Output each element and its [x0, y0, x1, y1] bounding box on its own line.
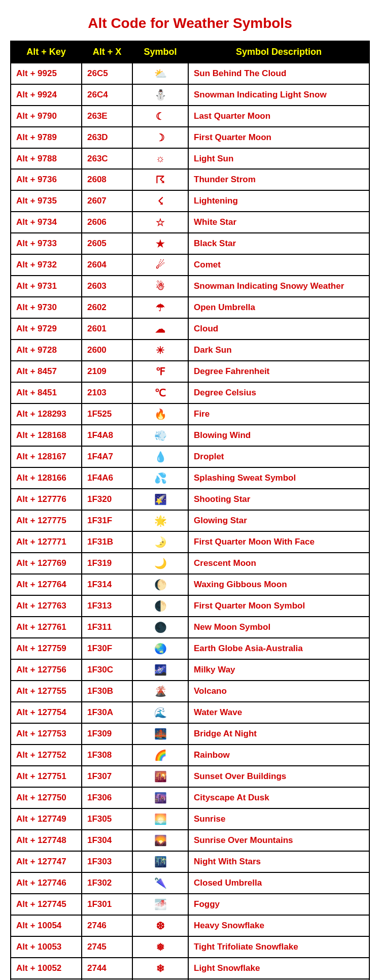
table-row: Alt + 100532745❅Tight Trifoliate Snowfla…: [11, 936, 369, 958]
cell-alt-key: Alt + 127747: [11, 851, 82, 872]
cell-symbol: ☂: [132, 297, 188, 318]
cell-symbol: ☾: [132, 106, 188, 127]
cell-description: Closed Umbrella: [188, 872, 369, 894]
cell-symbol: 🌓: [132, 595, 188, 617]
header-alt-key: Alt + Key: [11, 41, 82, 63]
cell-alt-key: Alt + 9729: [11, 318, 82, 340]
table-row: Alt + 992426C4⛄Snowman Indicating Light …: [11, 84, 369, 106]
table-row: Alt + 84572109℉Degree Fahrenheit: [11, 361, 369, 382]
cell-alt-x: 1F306: [82, 787, 132, 808]
cell-symbol: 💧: [132, 446, 188, 467]
cell-symbol: 🌔: [132, 574, 188, 595]
table-row: Alt + 100542746❆Heavy Snowflake: [11, 915, 369, 936]
cell-description: Sunset Over Buildings: [188, 766, 369, 787]
cell-alt-key: Alt + 127746: [11, 872, 82, 894]
cell-alt-x: 1F305: [82, 808, 132, 830]
cell-description: Snowman Indicating Light Snow: [188, 84, 369, 106]
cell-description: Cloud: [188, 318, 369, 340]
cell-alt-key: Alt + 9789: [11, 127, 82, 148]
cell-alt-x: 1F301: [82, 894, 132, 915]
cell-description: Sun Behind The Cloud: [188, 63, 369, 84]
table-row: Alt + 1282931F525🔥Fire: [11, 403, 369, 425]
cell-alt-key: Alt + 127752: [11, 745, 82, 766]
cell-alt-x: 1F309: [82, 723, 132, 745]
cell-description: Thunder Strom: [188, 169, 369, 190]
cell-symbol: ☈: [132, 169, 188, 190]
cell-description: Last Quarter Moon: [188, 106, 369, 127]
cell-alt-key: Alt + 127763: [11, 595, 82, 617]
cell-alt-key: Alt + 9735: [11, 190, 82, 212]
cell-description: Light Snowflake: [188, 958, 369, 979]
cell-description: First Quarter Moon With Face: [188, 531, 369, 553]
table-row: Alt + 1281661F4A6💦Splashing Sweat Symbol: [11, 467, 369, 489]
cell-alt-x: 2608: [82, 169, 132, 190]
cell-symbol: ☁: [132, 318, 188, 340]
cell-alt-x: 1F30B: [82, 681, 132, 702]
cell-alt-key: Alt + 127750: [11, 787, 82, 808]
cell-alt-x: 1F302: [82, 872, 132, 894]
cell-alt-x: 1F304: [82, 830, 132, 851]
table-row: Alt + 100522744❄Light Snowflake: [11, 958, 369, 979]
cell-alt-x: 1F303: [82, 851, 132, 872]
cell-alt-key: Alt + 127745: [11, 894, 82, 915]
table-row: Alt + 1277631F313🌓First Quarter Moon Sym…: [11, 595, 369, 617]
cell-description: New Moon Symbol: [188, 617, 369, 638]
cell-alt-x: 1F4A6: [82, 467, 132, 489]
cell-symbol: 🌛: [132, 531, 188, 553]
cell-description: Earth Globe Asia-Australia: [188, 638, 369, 659]
cell-symbol: ❅: [132, 936, 188, 958]
cell-description: Milky Way: [188, 659, 369, 681]
cell-alt-key: Alt + 127776: [11, 489, 82, 510]
cell-description: Water Wave: [188, 702, 369, 723]
header-symbol: Symbol: [132, 41, 188, 63]
cell-description: Foggy: [188, 894, 369, 915]
table-row: Alt + 1277551F30B🌋Volcano: [11, 681, 369, 702]
table-row: Alt + 97312603☃Snowman Indicating Snowy …: [11, 276, 369, 297]
cell-alt-x: 2103: [82, 382, 132, 403]
cell-alt-x: 2600: [82, 340, 132, 361]
table-row: Alt + 9788263C☼Light Sun: [11, 148, 369, 169]
cell-symbol: ☽: [132, 127, 188, 148]
cell-description: Light Sun: [188, 148, 369, 169]
table-row: Alt + 1277511F307🌇Sunset Over Buildings: [11, 766, 369, 787]
cell-symbol: ℃: [132, 382, 188, 403]
cell-alt-key: Alt + 127764: [11, 574, 82, 595]
cell-alt-x: 1F320: [82, 489, 132, 510]
table-row: Alt + 1277541F30A🌊Water Wave: [11, 702, 369, 723]
cell-alt-key: Alt + 9728: [11, 340, 82, 361]
cell-description: Tight Trifoliate Snowflake: [188, 936, 369, 958]
cell-alt-x: 2745: [82, 936, 132, 958]
cell-description: Sunrise Over Mountains: [188, 830, 369, 851]
cell-symbol: 🌌: [132, 659, 188, 681]
table-row: Alt + 992526C5⛅Sun Behind The Cloud: [11, 63, 369, 84]
table-row: Alt + 9790263E☾Last Quarter Moon: [11, 106, 369, 127]
cell-alt-x: 263E: [82, 106, 132, 127]
cell-symbol: 🌉: [132, 723, 188, 745]
cell-description: Snowman Indicating Snowy Weather: [188, 276, 369, 297]
cell-alt-key: Alt + 127753: [11, 723, 82, 745]
cell-alt-x: 1F307: [82, 766, 132, 787]
table-row: Alt + 1281681F4A8💨Blowing Wind: [11, 425, 369, 446]
cell-description: Crescent Moon: [188, 553, 369, 574]
cell-symbol: ⛄: [132, 84, 188, 106]
cell-alt-x: 1F30A: [82, 702, 132, 723]
table-row: Alt + 1277761F320🌠Shooting Star: [11, 489, 369, 510]
cell-alt-key: Alt + 8451: [11, 382, 82, 403]
cell-alt-key: Alt + 128167: [11, 446, 82, 467]
cell-symbol: 🌇: [132, 766, 188, 787]
cell-description: Waxing Gibbous Moon: [188, 574, 369, 595]
cell-alt-key: Alt + 8457: [11, 361, 82, 382]
table-row: Alt + 1277641F314🌔Waxing Gibbous Moon: [11, 574, 369, 595]
cell-symbol: ☼: [132, 148, 188, 169]
cell-description: First Quarter Moon: [188, 127, 369, 148]
cell-alt-key: Alt + 9733: [11, 233, 82, 254]
cell-alt-x: 1F4A8: [82, 425, 132, 446]
table-row: Alt + 1277451F301🌁Foggy: [11, 894, 369, 915]
table-row: Alt + 84512103℃Degree Celsius: [11, 382, 369, 403]
cell-description: Sunrise: [188, 808, 369, 830]
cell-alt-x: 1F4A7: [82, 446, 132, 467]
cell-description: Splashing Sweat Symbol: [188, 467, 369, 489]
cell-description: Heavy Snowflake: [188, 915, 369, 936]
cell-description: Degree Celsius: [188, 382, 369, 403]
cell-description: White Star: [188, 212, 369, 233]
